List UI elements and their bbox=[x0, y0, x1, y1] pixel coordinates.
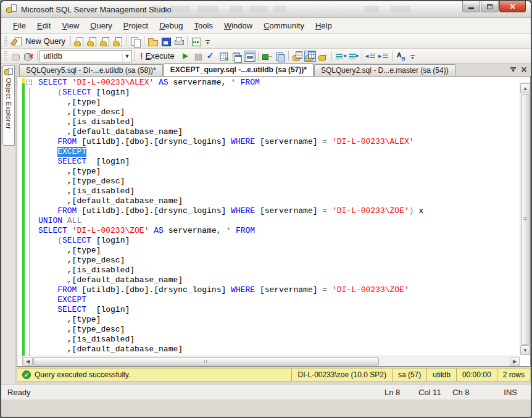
active-files-dropdown-icon[interactable]: ▼ bbox=[510, 67, 516, 72]
code-line: (SELECT [login] bbox=[17, 236, 530, 246]
estimated-plan-icon[interactable] bbox=[218, 51, 230, 62]
scroll-right-icon[interactable]: ▶ bbox=[510, 357, 520, 366]
results-pane-icon[interactable] bbox=[244, 51, 256, 62]
menu-item-query[interactable]: Query bbox=[85, 19, 117, 33]
close-document-icon[interactable]: ✕ bbox=[521, 65, 527, 74]
toolbar-separator bbox=[331, 51, 332, 61]
document-tab-3[interactable]: SQLQuery2.sql - D...e.master (sa (54)) bbox=[314, 64, 455, 76]
splitter-handle[interactable] bbox=[520, 77, 530, 83]
code-area[interactable]: -SELECT 'DI-L-00233\ALEX' AS servername,… bbox=[17, 77, 530, 366]
results-to-grid-icon[interactable] bbox=[304, 51, 316, 62]
results-to-text-icon[interactable] bbox=[291, 51, 303, 62]
toolbar-separator bbox=[70, 36, 71, 46]
blurred-region bbox=[364, 6, 379, 12]
save-icon[interactable] bbox=[160, 36, 172, 47]
menu-item-help[interactable]: Help bbox=[310, 19, 338, 33]
code-line: FROM [utildb].[dbo].[drsync_logins] WHER… bbox=[17, 206, 530, 216]
scroll-down-icon[interactable]: ▼ bbox=[520, 345, 530, 355]
activity-monitor-icon[interactable] bbox=[190, 36, 202, 47]
fold-collapse-icon[interactable]: - bbox=[27, 80, 32, 85]
code-line: ,[default_database_name] bbox=[17, 345, 530, 354]
combo-dropdown-icon[interactable]: ▼ bbox=[122, 51, 131, 62]
status-line: Ln 8 bbox=[384, 388, 418, 397]
elapsed-time: 00:00:00 bbox=[456, 369, 497, 381]
sql-toolbar-overflow-icon[interactable]: ▾ bbox=[409, 52, 417, 63]
cancel-query-icon[interactable] bbox=[192, 51, 204, 62]
execute-button[interactable]: !Execute bbox=[136, 51, 178, 62]
title-bar: Microsoft SQL Server Management Studio ✕ bbox=[1, 1, 531, 18]
menu-item-window[interactable]: Window bbox=[218, 19, 258, 33]
debug-icon[interactable] bbox=[179, 51, 191, 62]
analysis-services-dmx-query-icon[interactable] bbox=[99, 36, 111, 47]
toolbar-separator bbox=[288, 51, 289, 61]
analysis-services-mdx-query-icon[interactable] bbox=[86, 36, 98, 47]
close-button[interactable]: ✕ bbox=[499, 1, 526, 12]
menu-item-tools[interactable]: Tools bbox=[189, 19, 218, 33]
standard-toolbar-overflow-icon[interactable]: ▾ bbox=[204, 37, 212, 48]
analysis-services-xmla-query-icon[interactable] bbox=[112, 36, 124, 47]
new-query-button[interactable]: New Query bbox=[9, 36, 69, 47]
template-parameters-icon[interactable] bbox=[395, 51, 407, 62]
status-bar: Ready Ln 8 Col 11 Ch 8 INS bbox=[1, 384, 531, 399]
query-options-icon[interactable] bbox=[231, 51, 243, 62]
vertical-scroll-thumb[interactable] bbox=[521, 94, 530, 345]
horizontal-scroll-thumb[interactable] bbox=[33, 357, 379, 366]
minimize-button[interactable] bbox=[462, 1, 480, 12]
status-ins-mode: INS bbox=[486, 388, 517, 397]
results-to-file-icon[interactable] bbox=[317, 51, 329, 62]
code-line: -SELECT 'DI-L-00233\ALEX' AS servername,… bbox=[17, 78, 530, 88]
blurred-region bbox=[273, 6, 286, 12]
menu-item-project[interactable]: Project bbox=[118, 19, 154, 33]
document-tab-2[interactable]: EXCEPT_query.sql -...e.utildb (sa (57))* bbox=[164, 64, 314, 76]
menu-item-edit[interactable]: Edit bbox=[31, 19, 56, 33]
object-explorer-tab[interactable]: Object Explorer bbox=[2, 65, 15, 146]
app-icon bbox=[6, 4, 17, 14]
status-ch: Ch 8 bbox=[452, 388, 486, 397]
intellisense-enabled-icon[interactable] bbox=[261, 51, 273, 62]
comment-out-icon[interactable] bbox=[335, 51, 346, 62]
menu-item-view[interactable]: View bbox=[56, 19, 85, 33]
uncomment-icon[interactable] bbox=[347, 51, 359, 62]
connect-icon[interactable] bbox=[10, 51, 22, 62]
scroll-up-icon[interactable]: ▲ bbox=[520, 83, 530, 93]
toolbar-separator bbox=[392, 51, 393, 61]
toolbar-separator bbox=[127, 36, 127, 46]
vertical-scrollbar[interactable]: ▲ ▼ bbox=[520, 77, 530, 355]
database-info: utildb bbox=[426, 369, 456, 381]
toolbar-separator bbox=[362, 51, 362, 61]
blurred-region bbox=[249, 6, 268, 12]
parse-icon[interactable] bbox=[205, 51, 217, 62]
sqlcmd-mode-icon[interactable] bbox=[274, 51, 286, 62]
menu-item-file[interactable]: File bbox=[7, 19, 31, 33]
decrease-indent-icon[interactable] bbox=[365, 51, 376, 62]
sql-editor[interactable]: -SELECT 'DI-L-00233\ALEX' AS servername,… bbox=[17, 76, 531, 367]
splitter-handle[interactable] bbox=[17, 356, 23, 366]
menu-item-community[interactable]: Community bbox=[258, 19, 310, 33]
print-icon[interactable] bbox=[173, 36, 185, 47]
code-line: ,[type_desc] bbox=[17, 177, 530, 186]
code-line: ,[type] bbox=[17, 167, 530, 177]
code-line: ,[default_database_name] bbox=[17, 275, 530, 285]
sql-compact-query-icon[interactable] bbox=[130, 36, 141, 47]
code-line: ,[is_disabled] bbox=[17, 186, 530, 196]
toolbar-separator bbox=[134, 51, 135, 61]
standard-toolbar: New Query▾ bbox=[1, 34, 531, 49]
document-tab-1[interactable]: SQLQuery5.sql - DI-...e.utildb (sa (58))… bbox=[19, 64, 163, 76]
open-file-icon[interactable] bbox=[147, 36, 159, 47]
scroll-left-icon[interactable]: ◀ bbox=[23, 357, 33, 366]
toolbar-separator bbox=[37, 51, 38, 61]
database-engine-query-icon[interactable] bbox=[73, 36, 85, 47]
change-connection-icon[interactable] bbox=[23, 51, 35, 62]
left-dock-strip: Object Explorer bbox=[1, 64, 16, 384]
object-explorer-label: Object Explorer bbox=[5, 78, 12, 129]
increase-indent-icon[interactable] bbox=[378, 51, 389, 62]
code-line: FROM [utildb].[dbo].[drsync_logins] WHER… bbox=[17, 285, 530, 295]
maximize-button[interactable] bbox=[481, 1, 499, 12]
horizontal-scrollbar[interactable]: ◀ ▶ bbox=[17, 356, 520, 366]
available-databases-combo[interactable]: utildb▼ bbox=[39, 50, 132, 62]
code-line: ,[type] bbox=[17, 246, 530, 256]
code-line: UNION ALL bbox=[17, 216, 530, 226]
toolbar-separator bbox=[187, 36, 188, 46]
menu-item-debug[interactable]: Debug bbox=[154, 19, 188, 33]
execute-exclamation-icon: ! bbox=[140, 51, 143, 61]
